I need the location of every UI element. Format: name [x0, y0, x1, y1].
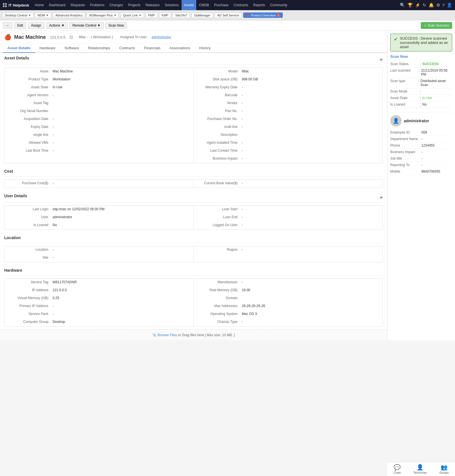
grid-icon	[3, 3, 7, 7]
nav-changes[interactable]: Changes	[107, 0, 125, 10]
logo: IT Helpdesk	[3, 3, 29, 7]
bolt-icon[interactable]: ⚡	[415, 3, 421, 8]
nav-community[interactable]: Community	[268, 0, 290, 10]
remote-control-button[interactable]: Remote Control ▼	[69, 22, 103, 29]
collapse-arrow[interactable]: ▶	[380, 57, 383, 61]
detail-last-contact: Last Contact Time -	[194, 147, 383, 155]
tab-software[interactable]: Software	[60, 44, 83, 53]
chevron-down-icon: ▼	[46, 14, 49, 17]
scan-now-button[interactable]: Scan Now	[105, 22, 127, 29]
detail-manufacturer: Manufacturer -	[194, 279, 383, 287]
assigned-user-link[interactable]: administrator	[152, 35, 171, 39]
main-layout: 🍎 Mac Machine 121.0.0.5 ⊡ iMac - - ( Wor…	[0, 31, 455, 340]
nav-home[interactable]: Home	[33, 0, 46, 10]
assign-button[interactable]: Assign	[28, 22, 44, 29]
second-nav-mdm[interactable]: MDM ▼	[35, 13, 51, 18]
scan-status-row: Scan Status : SUCCESS	[390, 61, 452, 67]
location-right: Region -	[194, 246, 383, 262]
nav-releases[interactable]: Releases	[143, 0, 162, 10]
detail-org-serial: Org Serial Number	[5, 108, 193, 115]
actions-button[interactable]: Actions ▼	[46, 22, 68, 29]
detail-primary-ip: Primary IP Address -	[5, 303, 193, 310]
chevron-down-icon: ▼	[61, 23, 64, 27]
scan-status-value: SUCCESS	[422, 62, 439, 66]
detail-site: Site -	[5, 254, 193, 262]
content-area: 🍎 Mac Machine 121.0.0.5 ⊡ iMac - - ( Wor…	[0, 31, 387, 340]
sidebar-is-loaned-value: No	[422, 102, 426, 106]
second-nav-site24x7[interactable]: Site24x7	[172, 13, 190, 18]
location-section: Location Location - Site - Region	[0, 233, 387, 265]
location-left: Location - Site -	[5, 246, 194, 262]
tab-hardware[interactable]: Hardware	[35, 44, 60, 53]
is-loaned-row: Is Loaned : No	[390, 101, 452, 108]
browse-files-link[interactable]: Browse Files	[158, 333, 177, 337]
help-icon[interactable]: ?	[442, 3, 445, 8]
nav-contracts[interactable]: Contracts	[231, 0, 250, 10]
file-drop-area[interactable]: 📎 Browse Files or Drag files here [ Max …	[0, 329, 387, 340]
employee-id-value: 009	[421, 130, 427, 134]
tab-asset-details[interactable]: Asset Details	[3, 44, 35, 53]
nav-assets[interactable]: Assets	[182, 0, 196, 10]
second-nav-quick-link[interactable]: Quick Link ▼	[120, 13, 144, 18]
detail-description: Description	[194, 131, 383, 139]
scan-success-button[interactable]: ✓ Scan Success	[421, 22, 452, 29]
second-nav-opmanager[interactable]: OpManager	[191, 13, 213, 18]
scan-mode-row: Scan Mode :	[390, 88, 452, 95]
nav-solutions[interactable]: Solutions	[163, 0, 181, 10]
second-nav-advanced-analytics[interactable]: Advanced Analytics	[53, 13, 85, 18]
user-mobile-row: Mobile 9840708355	[390, 168, 452, 175]
refresh-icon[interactable]: ↻	[423, 3, 426, 8]
second-nav-adself[interactable]: AD Self Service	[215, 13, 241, 18]
location-grid: Location - Site - Region -	[4, 246, 383, 262]
bell-icon[interactable]: 🔔	[429, 3, 434, 8]
nav-requests[interactable]: Requests	[68, 0, 87, 10]
user-reporting-row: Reporting To -	[390, 162, 452, 168]
user-details-right: Loan Start - Loan End - Logged On User -	[194, 206, 383, 230]
detail-location: Location -	[5, 246, 193, 254]
nav-cmdb[interactable]: CMDB	[197, 0, 211, 10]
nav-reports[interactable]: Reports	[251, 0, 267, 10]
last-scanned-row: Last scanned : 21/11/2016 05:56 PM	[390, 67, 452, 78]
user-icon[interactable]: 👤	[447, 3, 452, 8]
hardware-grid: Service Tag W811707ADNR IP Address 121.0…	[4, 278, 383, 327]
expand-arrow[interactable]: ▶	[380, 195, 383, 199]
nav-problems[interactable]: Problems	[88, 0, 107, 10]
nav-projects[interactable]: Projects	[126, 0, 143, 10]
trophy-icon[interactable]: 🏆	[407, 3, 413, 8]
asset-ip: 121.0.0.5	[50, 35, 65, 39]
dept-value: -	[421, 137, 422, 141]
tab-contracts[interactable]: Contracts	[115, 44, 139, 53]
sidebar-asset-state-value: In Use	[422, 96, 432, 100]
detail-virtual-memory: Virtual Memory (GB) 0.25	[5, 295, 193, 303]
chevron-down-icon: ▼	[28, 14, 31, 17]
reporting-to-value: -	[421, 163, 422, 167]
mobile-value: 9840708355	[421, 170, 440, 173]
detail-warranty: Warranty Expiry Date -	[194, 84, 383, 92]
detail-last-login: Last Login sdp-imac on 12/02/2022 06:00 …	[5, 206, 193, 214]
back-button[interactable]: ←	[3, 22, 12, 29]
tab-history[interactable]: History	[195, 44, 215, 53]
second-nav-pmp[interactable]: PMP	[146, 13, 158, 18]
user-avatar-area: 👤 administrator	[390, 115, 452, 126]
settings-icon[interactable]: ⚙	[436, 3, 440, 8]
detail-product-type: Product Type Workstation	[5, 76, 193, 84]
tab-financials[interactable]: Financials	[139, 44, 165, 53]
edit-button[interactable]: Edit	[14, 22, 26, 29]
network-icon[interactable]: ⊡	[70, 35, 73, 39]
nav-purchase[interactable]: Purchase	[212, 0, 231, 10]
last-login-value[interactable]: sdp-imac on 12/02/2022 06:00 PM	[53, 207, 104, 211]
detail-computer-group: Computer Group Desktop	[5, 318, 193, 326]
tab-associations[interactable]: Associations	[165, 44, 195, 53]
chevron-down-icon: ▼	[97, 23, 101, 27]
nav-dashboard[interactable]: Dashboard	[47, 0, 68, 10]
second-nav-product-overview[interactable]: 🔖 Product Overview 1	[243, 12, 283, 18]
user-card: 👤 administrator Employee ID 009 Departme…	[390, 112, 452, 175]
second-nav-admanager[interactable]: ADManager Plus ▼	[87, 13, 119, 18]
tab-relationships[interactable]: Relationships	[83, 44, 115, 53]
search-icon[interactable]: 🔍	[400, 3, 405, 8]
second-nav-kmp[interactable]: KMP	[159, 13, 171, 18]
user-job-title-row: Job title -	[390, 155, 452, 162]
asset-details-section: Asset Details ▶ Asset Mac Machine Produc…	[0, 53, 387, 166]
user-card-name: administrator	[404, 119, 429, 123]
second-nav-desktop-central[interactable]: Desktop Central ▼	[2, 13, 33, 18]
